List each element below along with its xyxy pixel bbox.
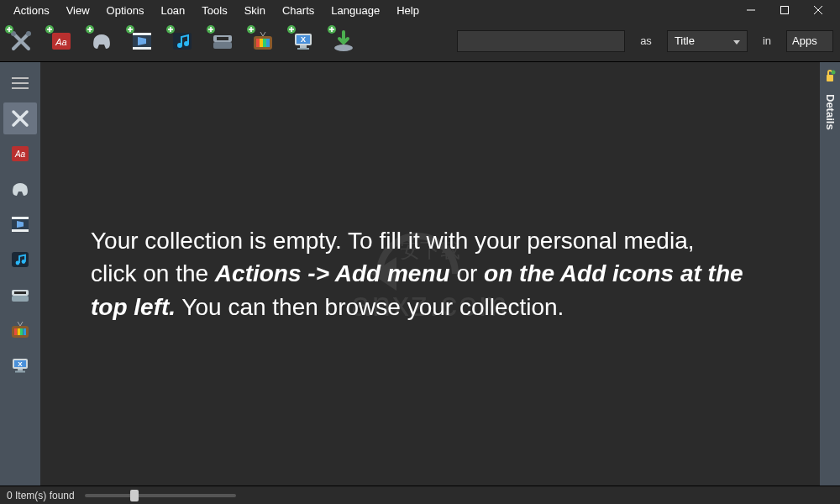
add-mac-button[interactable]: X bbox=[289, 27, 318, 55]
menu-language[interactable]: Language bbox=[323, 2, 388, 19]
svg-rect-67 bbox=[12, 229, 29, 232]
field-dropdown-value: Title bbox=[675, 34, 695, 47]
plus-icon bbox=[165, 24, 176, 34]
svg-rect-42 bbox=[263, 39, 266, 47]
sidebar-music[interactable] bbox=[3, 244, 37, 276]
statusbar: 0 Item(s) found bbox=[0, 486, 840, 504]
plus-icon bbox=[206, 24, 216, 34]
menu-charts[interactable]: Charts bbox=[274, 2, 323, 19]
svg-rect-43 bbox=[266, 39, 270, 47]
add-download-button[interactable] bbox=[329, 27, 358, 55]
svg-point-7 bbox=[26, 31, 31, 36]
window-controls bbox=[734, 0, 835, 20]
zoom-slider-thumb[interactable] bbox=[130, 490, 139, 501]
svg-rect-34 bbox=[217, 37, 228, 40]
zoom-slider[interactable] bbox=[85, 494, 236, 497]
svg-line-44 bbox=[260, 32, 263, 36]
sidebar-handheld[interactable] bbox=[3, 279, 37, 311]
music-icon bbox=[9, 249, 31, 270]
svg-line-82 bbox=[20, 322, 23, 326]
field-dropdown[interactable]: Title bbox=[667, 30, 748, 52]
sidebar-tools[interactable] bbox=[3, 102, 37, 134]
hamburger-icon bbox=[12, 77, 29, 89]
video-icon bbox=[9, 213, 31, 235]
empty-message: Your collection is empty. To fill it wit… bbox=[40, 224, 796, 323]
as-label: as bbox=[637, 34, 655, 47]
plus-icon bbox=[85, 24, 95, 34]
menu-options[interactable]: Options bbox=[98, 2, 153, 19]
menu-view[interactable]: View bbox=[58, 2, 98, 19]
menu-tools[interactable]: Tools bbox=[193, 2, 235, 19]
svg-rect-80 bbox=[24, 328, 27, 335]
menu-skin[interactable]: Skin bbox=[236, 2, 274, 19]
add-tools-button[interactable] bbox=[7, 27, 35, 55]
svg-rect-52 bbox=[300, 45, 307, 48]
content-area: 安下载 anxz.com Your collection is empty. T… bbox=[40, 62, 820, 486]
menu-help[interactable]: Help bbox=[388, 2, 428, 19]
tv-icon bbox=[9, 319, 31, 341]
chevron-down-icon bbox=[733, 34, 740, 47]
search-input[interactable] bbox=[457, 30, 625, 52]
details-panel-tab[interactable]: Details bbox=[820, 62, 840, 486]
svg-rect-78 bbox=[18, 328, 21, 335]
hamburger-button[interactable] bbox=[3, 67, 37, 99]
plus-icon bbox=[327, 24, 337, 34]
menu-loan[interactable]: Loan bbox=[152, 2, 193, 19]
game-icon bbox=[9, 178, 31, 200]
svg-text:Aa: Aa bbox=[55, 37, 66, 47]
body: Aa X 安下载 anxz.com bbox=[0, 62, 840, 486]
maximize-button[interactable] bbox=[768, 0, 801, 20]
svg-rect-21 bbox=[133, 47, 151, 50]
in-scope-value: Apps bbox=[792, 34, 817, 47]
msg-text-2: or bbox=[450, 260, 484, 286]
details-tab-label: Details bbox=[824, 94, 837, 130]
add-tv-button[interactable] bbox=[249, 27, 277, 55]
svg-point-90 bbox=[832, 71, 836, 75]
svg-rect-20 bbox=[133, 33, 151, 35]
sidebar-video[interactable] bbox=[3, 208, 37, 240]
svg-rect-41 bbox=[260, 39, 263, 47]
in-scope-box[interactable]: Apps bbox=[786, 30, 833, 52]
msg-text-3: You can then browse your collection. bbox=[176, 294, 564, 320]
add-game-button[interactable] bbox=[87, 27, 116, 55]
svg-rect-73 bbox=[12, 296, 29, 302]
plus-icon bbox=[4, 24, 14, 34]
tools-icon bbox=[9, 108, 31, 129]
book-icon: Aa bbox=[9, 143, 31, 165]
add-book-button[interactable]: Aa bbox=[47, 27, 76, 55]
svg-rect-86 bbox=[18, 369, 23, 371]
sidebar-book[interactable]: Aa bbox=[3, 138, 37, 170]
svg-text:Aa: Aa bbox=[14, 150, 26, 159]
sidebar: Aa X bbox=[0, 62, 40, 486]
close-button[interactable] bbox=[801, 0, 835, 20]
add-handheld-button[interactable] bbox=[208, 27, 237, 55]
handheld-icon bbox=[9, 284, 31, 306]
plus-icon bbox=[125, 24, 135, 34]
svg-rect-74 bbox=[14, 291, 26, 294]
svg-line-45 bbox=[263, 32, 265, 36]
msg-em-1: Actions -> Add menu bbox=[215, 260, 450, 286]
plus-icon bbox=[45, 24, 55, 34]
minimize-button[interactable] bbox=[734, 0, 768, 20]
svg-rect-79 bbox=[20, 328, 24, 335]
pin-icon[interactable] bbox=[824, 67, 836, 91]
mac-icon: X bbox=[9, 354, 31, 376]
svg-text:X: X bbox=[18, 360, 23, 368]
svg-rect-1 bbox=[781, 7, 789, 14]
in-label: in bbox=[759, 34, 774, 47]
add-music-button[interactable] bbox=[168, 27, 197, 55]
svg-point-57 bbox=[334, 45, 353, 51]
add-video-button[interactable] bbox=[128, 27, 156, 55]
svg-rect-89 bbox=[827, 75, 833, 81]
plus-icon bbox=[286, 24, 297, 34]
svg-rect-69 bbox=[12, 252, 29, 267]
sidebar-tv[interactable] bbox=[3, 314, 37, 346]
svg-rect-66 bbox=[12, 217, 29, 219]
sidebar-mac[interactable]: X bbox=[3, 349, 37, 381]
sidebar-game[interactable] bbox=[3, 173, 37, 205]
svg-rect-40 bbox=[256, 39, 260, 47]
toolbar: Aa X as Title in Apps bbox=[0, 20, 840, 62]
svg-rect-77 bbox=[14, 328, 18, 335]
menu-actions[interactable]: Actions bbox=[5, 2, 58, 19]
items-found-label: 0 Item(s) found bbox=[7, 490, 75, 501]
